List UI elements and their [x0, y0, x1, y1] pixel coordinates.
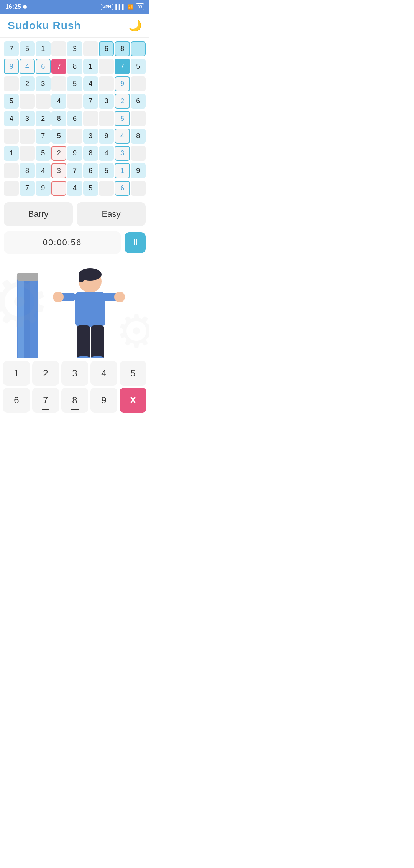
sudoku-row-5: 753948 — [4, 129, 146, 144]
cell-6-5[interactable]: 8 — [83, 146, 98, 161]
cell-1-2[interactable]: 6 — [36, 59, 51, 74]
cell-0-4[interactable]: 3 — [67, 41, 82, 56]
dark-mode-button[interactable]: 🌙 — [128, 19, 142, 32]
cell-3-6[interactable]: 3 — [99, 94, 114, 109]
cell-2-3[interactable] — [51, 76, 66, 91]
cell-5-7[interactable]: 4 — [115, 129, 130, 144]
cell-2-1[interactable]: 2 — [20, 76, 34, 91]
cell-0-6[interactable]: 6 — [99, 41, 114, 56]
numpad-9[interactable]: 9 — [90, 388, 117, 413]
gear-decoration-2: ⚙ — [116, 305, 150, 358]
sudoku-grid: 7513689467817523549547326432865753948152… — [4, 41, 146, 197]
cell-7-8[interactable]: 9 — [131, 163, 146, 178]
illustration: ⚙ ⚙ — [0, 258, 150, 358]
cell-8-5[interactable]: 5 — [83, 181, 98, 196]
cell-6-2[interactable]: 5 — [36, 146, 51, 161]
cell-1-4[interactable]: 8 — [67, 59, 82, 74]
cell-7-4[interactable]: 7 — [67, 163, 82, 178]
numpad-6[interactable]: 6 — [3, 388, 30, 413]
numpad-5[interactable]: 5 — [120, 361, 146, 386]
cell-1-0[interactable]: 9 — [4, 59, 19, 74]
cell-0-8[interactable] — [131, 41, 146, 56]
cell-2-7[interactable]: 9 — [115, 76, 130, 91]
cell-6-7[interactable]: 3 — [115, 146, 130, 161]
cell-5-2[interactable]: 7 — [36, 129, 51, 144]
cell-3-3[interactable]: 4 — [51, 94, 66, 109]
cell-0-3[interactable] — [51, 41, 66, 56]
cell-7-1[interactable]: 8 — [20, 163, 34, 178]
cell-8-8[interactable] — [131, 181, 146, 196]
cell-1-5[interactable]: 1 — [83, 59, 98, 74]
cell-3-1[interactable] — [20, 94, 34, 109]
cell-8-2[interactable]: 9 — [36, 181, 51, 196]
cell-7-2[interactable]: 4 — [36, 163, 51, 178]
cell-4-3[interactable]: 8 — [51, 111, 66, 126]
cell-1-3[interactable]: 7 — [51, 59, 66, 74]
cell-4-0[interactable]: 4 — [4, 111, 19, 126]
cell-5-6[interactable]: 9 — [99, 129, 114, 144]
cell-0-1[interactable]: 5 — [20, 41, 34, 56]
cell-0-5[interactable] — [83, 41, 98, 56]
cell-4-4[interactable]: 6 — [67, 111, 82, 126]
cell-7-0[interactable] — [4, 163, 19, 178]
cell-8-0[interactable] — [4, 181, 19, 196]
pause-button[interactable]: ⏸ — [125, 232, 146, 253]
cell-4-8[interactable] — [131, 111, 146, 126]
cell-2-0[interactable] — [4, 76, 19, 91]
cell-2-5[interactable]: 4 — [83, 76, 98, 91]
cell-2-4[interactable]: 5 — [67, 76, 82, 91]
cell-3-7[interactable]: 2 — [115, 94, 130, 109]
cell-3-5[interactable]: 7 — [83, 94, 98, 109]
cell-5-3[interactable]: 5 — [51, 129, 66, 144]
cell-4-1[interactable]: 3 — [20, 111, 34, 126]
cell-7-5[interactable]: 6 — [83, 163, 98, 178]
cell-0-2[interactable]: 1 — [36, 41, 51, 56]
cell-1-7[interactable]: 7 — [115, 59, 130, 74]
cell-7-3[interactable]: 3 — [51, 163, 66, 178]
cell-8-1[interactable]: 7 — [20, 181, 34, 196]
cell-0-7[interactable]: 8 — [115, 41, 130, 56]
cell-4-5[interactable] — [83, 111, 98, 126]
cell-6-1[interactable] — [20, 146, 34, 161]
cell-5-1[interactable] — [20, 129, 34, 144]
cell-3-4[interactable] — [67, 94, 82, 109]
cell-3-8[interactable]: 6 — [131, 94, 146, 109]
cell-5-5[interactable]: 3 — [83, 129, 98, 144]
cell-6-6[interactable]: 4 — [99, 146, 114, 161]
cell-0-0[interactable]: 7 — [4, 41, 19, 56]
cell-4-7[interactable]: 5 — [115, 111, 130, 126]
cell-3-2[interactable] — [36, 94, 51, 109]
cell-4-6[interactable] — [99, 111, 114, 126]
cell-1-6[interactable] — [99, 59, 114, 74]
numpad-delete[interactable]: X — [120, 388, 146, 413]
numpad-8[interactable]: 8 — [61, 388, 88, 413]
cell-5-4[interactable] — [67, 129, 82, 144]
cell-7-6[interactable]: 5 — [99, 163, 114, 178]
cell-8-4[interactable]: 4 — [67, 181, 82, 196]
signal-icon: ▌▌▌ — [115, 4, 125, 10]
cell-6-8[interactable] — [131, 146, 146, 161]
cell-1-8[interactable]: 5 — [131, 59, 146, 74]
cell-5-8[interactable]: 8 — [131, 129, 146, 144]
numpad-3[interactable]: 3 — [61, 361, 88, 386]
cell-6-4[interactable]: 9 — [67, 146, 82, 161]
sudoku-row-2: 23549 — [4, 76, 146, 91]
cell-6-3[interactable]: 2 — [51, 146, 66, 161]
cell-2-2[interactable]: 3 — [36, 76, 51, 91]
cell-2-8[interactable] — [131, 76, 146, 91]
numpad-4[interactable]: 4 — [90, 361, 117, 386]
cell-1-1[interactable]: 4 — [20, 59, 34, 74]
sudoku-row-8: 79456 — [4, 181, 146, 197]
cell-8-7[interactable]: 6 — [115, 181, 130, 196]
cell-4-2[interactable]: 2 — [36, 111, 51, 126]
cell-8-6[interactable] — [99, 181, 114, 196]
cell-3-0[interactable]: 5 — [4, 94, 19, 109]
cell-2-6[interactable] — [99, 76, 114, 91]
cell-7-7[interactable]: 1 — [115, 163, 130, 178]
cell-5-0[interactable] — [4, 129, 19, 144]
numpad-1[interactable]: 1 — [3, 361, 30, 386]
cell-6-0[interactable]: 1 — [4, 146, 19, 161]
numpad-2[interactable]: 2 — [32, 361, 59, 386]
cell-8-3[interactable] — [51, 181, 66, 196]
numpad-7[interactable]: 7 — [32, 388, 59, 413]
